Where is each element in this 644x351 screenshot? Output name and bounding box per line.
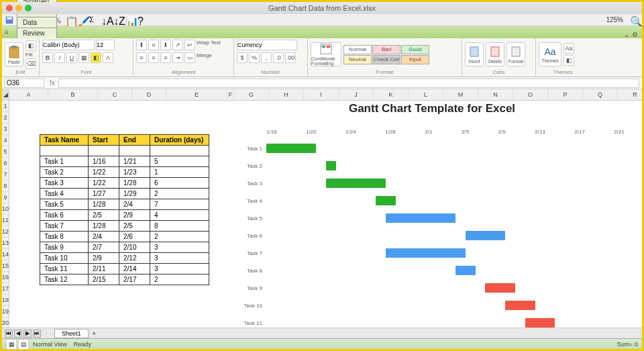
table-cell[interactable]: 2/4 — [89, 232, 119, 242]
themes-button[interactable]: Aa Themes — [539, 42, 561, 66]
style-neutral[interactable]: Neutral — [343, 55, 372, 64]
table-cell[interactable]: 2/17 — [119, 274, 150, 285]
table-cell[interactable]: 1/16 — [89, 156, 119, 167]
gantt-bar[interactable] — [505, 301, 535, 310]
gear-icon[interactable]: ⚙ — [632, 31, 638, 38]
row-header[interactable]: 13 — [2, 238, 9, 249]
row-header[interactable]: 4 — [2, 135, 9, 146]
table-cell[interactable]: 2 — [150, 189, 209, 199]
table-cell[interactable] — [89, 146, 119, 156]
align-right-button[interactable]: ≡ — [160, 52, 171, 63]
table-cell[interactable]: 2 — [150, 232, 209, 242]
table-cell[interactable]: 4 — [150, 210, 209, 221]
col-header[interactable]: D — [132, 89, 166, 100]
col-header[interactable]: L — [409, 89, 443, 100]
col-header[interactable]: Q — [583, 89, 618, 100]
name-box[interactable] — [4, 79, 44, 88]
theme-colors-button[interactable]: Aa — [564, 43, 574, 54]
align-bot-button[interactable]: ⬇ — [160, 40, 171, 50]
table-cell[interactable]: 2/4 — [119, 199, 150, 210]
formula-input[interactable] — [58, 79, 639, 88]
save-icon[interactable] — [5, 15, 14, 25]
fill-button[interactable]: ◧ — [25, 40, 36, 51]
col-header[interactable]: N — [478, 89, 513, 100]
percent-button[interactable]: % — [249, 52, 260, 63]
table-cell[interactable]: Task 12 — [40, 274, 89, 285]
table-cell[interactable] — [150, 146, 209, 156]
sum-icon[interactable]: Σ — [89, 15, 99, 25]
fx-icon[interactable]: fx — [46, 79, 58, 87]
gantt-bar[interactable] — [386, 213, 455, 223]
col-header[interactable]: M — [443, 89, 478, 100]
comma-button[interactable]: , — [261, 52, 272, 63]
table-cell[interactable]: Task 10 — [40, 253, 89, 264]
col-header[interactable]: R — [618, 89, 642, 100]
col-header[interactable]: E — [166, 89, 227, 100]
table-cell[interactable]: 2/7 — [89, 242, 119, 253]
row-header[interactable]: 6 — [2, 158, 9, 169]
table-cell[interactable]: 1/23 — [119, 167, 150, 178]
normal-view-icon[interactable]: ▦ — [6, 339, 17, 350]
table-header[interactable]: End — [119, 135, 150, 146]
format-cells-button[interactable]: Format — [506, 42, 525, 66]
wrap-text-button[interactable]: ↩ — [184, 40, 195, 50]
table-cell[interactable]: 1/28 — [119, 178, 150, 189]
col-header[interactable]: B — [48, 89, 98, 100]
table-cell[interactable]: Task 7 — [40, 221, 89, 232]
font-color-button[interactable]: A — [103, 52, 113, 63]
align-center-button[interactable]: ≡ — [148, 52, 159, 63]
row-header[interactable]: 9 — [2, 192, 9, 203]
tab-review[interactable]: Review — [17, 28, 57, 38]
row-header[interactable]: 7 — [2, 169, 9, 181]
next-sheet-icon[interactable]: ▶ — [23, 330, 32, 338]
merge-button[interactable]: ▭ — [184, 52, 195, 63]
align-mid-button[interactable]: ≡ — [148, 40, 159, 50]
table-cell[interactable]: 2/9 — [119, 210, 150, 221]
orientation-button[interactable]: ↗ — [172, 40, 183, 50]
gantt-chart[interactable]: Gantt Chart Template for Excel 1/161/201… — [234, 101, 630, 328]
table-cell[interactable]: Task 8 — [40, 232, 89, 242]
row-header[interactable]: 1 — [2, 101, 9, 112]
inc-decimal-button[interactable]: .0 — [273, 52, 284, 63]
table-cell[interactable]: 2/6 — [119, 232, 150, 242]
table-cell[interactable]: Task 4 — [40, 189, 89, 199]
zoom-level[interactable]: 125% — [606, 16, 623, 23]
col-header[interactable]: A — [9, 89, 48, 100]
col-header[interactable]: J — [339, 89, 374, 100]
gantt-bar[interactable] — [466, 231, 505, 240]
table-cell[interactable]: 5 — [150, 156, 209, 167]
insert-cells-button[interactable]: Insert — [465, 42, 484, 66]
first-sheet-icon[interactable]: ⏮ — [5, 330, 13, 338]
sheet-tab-1[interactable]: Sheet1 — [54, 329, 89, 338]
sort-asc-icon[interactable]: ↓A — [101, 15, 111, 25]
table-cell[interactable]: 3 — [150, 264, 209, 274]
home-icon[interactable]: ⌂ — [5, 28, 14, 37]
table-cell[interactable]: Task 2 — [40, 167, 89, 178]
table-header[interactable]: Duration (days) — [150, 135, 209, 146]
table-cell[interactable] — [40, 146, 89, 156]
style-input[interactable]: Input — [401, 55, 429, 64]
table-cell[interactable]: 3 — [150, 242, 209, 253]
table-cell[interactable]: 2/14 — [119, 264, 150, 274]
col-header[interactable]: O — [513, 89, 548, 100]
table-cell[interactable]: 2/5 — [119, 221, 150, 232]
gantt-bar[interactable] — [386, 248, 466, 258]
table-cell[interactable]: 1/22 — [89, 178, 119, 189]
select-all-corner[interactable]: ◢ — [2, 89, 9, 101]
gantt-bar[interactable] — [485, 283, 515, 293]
tab-data[interactable]: Data — [17, 17, 57, 28]
number-format-select[interactable] — [237, 40, 297, 50]
indent-button[interactable]: ⇥ — [172, 52, 183, 63]
table-cell[interactable]: 3 — [150, 253, 209, 264]
spreadsheet-grid[interactable]: ◢ 1234567891011121314151617181920212223 … — [2, 89, 642, 328]
table-cell[interactable]: Task 3 — [40, 178, 89, 189]
col-header[interactable]: P — [548, 89, 583, 100]
bold-button[interactable]: B — [42, 52, 53, 63]
last-sheet-icon[interactable]: ⏭ — [33, 330, 41, 338]
style-check-cell[interactable]: Check Cell — [372, 55, 400, 64]
table-cell[interactable]: 2/10 — [119, 242, 150, 253]
style-normal[interactable]: Normal — [343, 45, 372, 54]
row-header[interactable]: 11 — [2, 215, 9, 226]
row-header[interactable]: 19 — [2, 306, 9, 317]
paste-button[interactable]: Paste — [5, 42, 23, 66]
